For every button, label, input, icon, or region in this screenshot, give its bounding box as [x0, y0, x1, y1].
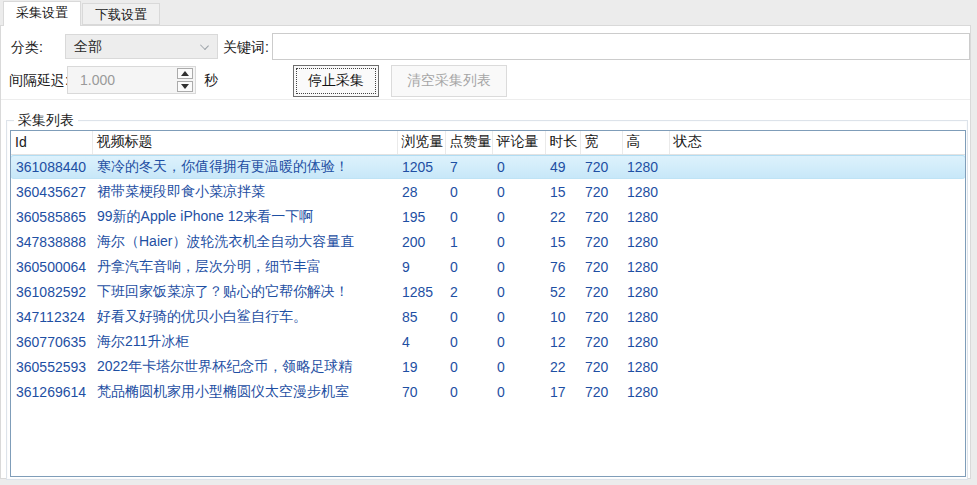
table-row[interactable]: 361082592下班回家饭菜凉了？贴心的它帮你解决！1285205272012… — [11, 279, 965, 304]
spin-down-button[interactable] — [177, 81, 193, 92]
cell-status — [669, 379, 965, 404]
cell-status — [669, 304, 965, 329]
cell-comments: 0 — [492, 329, 545, 354]
collect-list-groupbox: 采集列表 Id 视频标题 浏览量 点赞量 评论量 时长 宽 — [6, 120, 968, 480]
cell-width: 720 — [580, 254, 622, 279]
cell-comments: 0 — [492, 154, 545, 179]
cell-status — [669, 204, 965, 229]
cell-height: 1280 — [622, 304, 669, 329]
cell-title: 梵品椭圆机家用小型椭圆仪太空漫步机室 — [92, 379, 397, 404]
cell-status — [669, 279, 965, 304]
cell-id: 361082592 — [11, 279, 92, 304]
table-body: 361088440寒冷的冬天，你值得拥有更温暖的体验！1205704972012… — [11, 154, 965, 404]
cell-likes: 0 — [445, 304, 492, 329]
table-row[interactable]: 360770635海尔211升冰柜400127201280 — [11, 329, 965, 354]
category-select[interactable]: 全部 — [65, 34, 218, 59]
table-row[interactable]: 361088440寒冷的冬天，你值得拥有更温暖的体验！1205704972012… — [11, 154, 965, 179]
cell-height: 1280 — [622, 379, 669, 404]
cell-views: 1205 — [397, 154, 445, 179]
cell-width: 720 — [580, 329, 622, 354]
cell-likes: 7 — [445, 154, 492, 179]
stop-collect-button[interactable]: 停止采集 — [293, 65, 379, 97]
cell-duration: 17 — [545, 379, 580, 404]
cell-comments: 0 — [492, 254, 545, 279]
cell-height: 1280 — [622, 229, 669, 254]
table-row[interactable]: 360435627裙带菜梗段即食小菜凉拌菜2800157201280 — [11, 179, 965, 204]
cell-id: 347112324 — [11, 304, 92, 329]
table-row[interactable]: 361269614梵品椭圆机家用小型椭圆仪太空漫步机室7000177201280 — [11, 379, 965, 404]
column-header-views[interactable]: 浏览量 — [397, 131, 445, 154]
cell-height: 1280 — [622, 329, 669, 354]
cell-status — [669, 154, 965, 179]
cell-width: 720 — [580, 379, 622, 404]
column-header-title[interactable]: 视频标题 — [92, 131, 397, 154]
cell-views: 19 — [397, 354, 445, 379]
cell-title: 2022年卡塔尔世界杯纪念币，领略足球精 — [92, 354, 397, 379]
collect-list-group-title: 采集列表 — [14, 111, 78, 129]
cell-comments: 0 — [492, 354, 545, 379]
cell-comments: 0 — [492, 204, 545, 229]
chevron-down-icon — [200, 41, 209, 50]
cell-duration: 22 — [545, 204, 580, 229]
cell-id: 360500064 — [11, 254, 92, 279]
cell-views: 9 — [397, 254, 445, 279]
column-header-width[interactable]: 宽 — [580, 131, 622, 154]
column-header-likes[interactable]: 点赞量 — [445, 131, 492, 154]
cell-views: 85 — [397, 304, 445, 329]
cell-width: 720 — [580, 279, 622, 304]
column-header-status[interactable]: 状态 — [669, 131, 965, 154]
cell-height: 1280 — [622, 179, 669, 204]
cell-height: 1280 — [622, 154, 669, 179]
cell-id: 360435627 — [11, 179, 92, 204]
cell-likes: 2 — [445, 279, 492, 304]
cell-title: 下班回家饭菜凉了？贴心的它帮你解决！ — [92, 279, 397, 304]
cell-comments: 0 — [492, 279, 545, 304]
cell-status — [669, 329, 965, 354]
cell-comments: 0 — [492, 229, 545, 254]
settings-divider — [1, 99, 970, 100]
column-header-comments[interactable]: 评论量 — [492, 131, 545, 154]
column-header-duration[interactable]: 时长 — [545, 131, 580, 154]
column-header-height[interactable]: 高 — [622, 131, 669, 154]
category-selected-value: 全部 — [74, 38, 102, 54]
cell-likes: 0 — [445, 354, 492, 379]
tab-collect-settings[interactable]: 采集设置 — [3, 1, 81, 26]
cell-title: 好看又好骑的优贝小白鲨自行车。 — [92, 304, 397, 329]
cell-width: 720 — [580, 204, 622, 229]
tab-download-settings[interactable]: 下载设置 — [82, 3, 160, 25]
cell-views: 195 — [397, 204, 445, 229]
table-header-row: Id 视频标题 浏览量 点赞量 评论量 时长 宽 高 状态 — [11, 131, 965, 154]
keyword-label: 关键词: — [223, 39, 269, 57]
delay-stepper[interactable]: 1.000 — [67, 66, 196, 94]
cell-height: 1280 — [622, 354, 669, 379]
arrow-down-icon — [181, 84, 189, 89]
cell-status — [669, 229, 965, 254]
cell-comments: 0 — [492, 379, 545, 404]
cell-likes: 1 — [445, 229, 492, 254]
cell-height: 1280 — [622, 254, 669, 279]
cell-id: 347838888 — [11, 229, 92, 254]
table-row[interactable]: 36058586599新的Apple iPhone 12来看一下啊1950022… — [11, 204, 965, 229]
delay-value: 1.000 — [80, 67, 115, 93]
cell-width: 720 — [580, 179, 622, 204]
table-row[interactable]: 360500064丹拿汽车音响，层次分明，细节丰富900767201280 — [11, 254, 965, 279]
cell-id: 360585865 — [11, 204, 92, 229]
cell-likes: 0 — [445, 379, 492, 404]
cell-width: 720 — [580, 154, 622, 179]
cell-title: 寒冷的冬天，你值得拥有更温暖的体验！ — [92, 154, 397, 179]
keyword-input[interactable] — [272, 33, 970, 60]
clear-list-button[interactable]: 清空采集列表 — [391, 65, 507, 97]
cell-status — [669, 354, 965, 379]
table-row[interactable]: 347112324好看又好骑的优贝小白鲨自行车。8500107201280 — [11, 304, 965, 329]
cell-duration: 12 — [545, 329, 580, 354]
cell-views: 1285 — [397, 279, 445, 304]
arrow-up-icon — [181, 71, 189, 76]
table-row[interactable]: 3605525932022年卡塔尔世界杯纪念币，领略足球精19002272012… — [11, 354, 965, 379]
cell-id: 360770635 — [11, 329, 92, 354]
column-header-id[interactable]: Id — [11, 131, 92, 154]
spin-up-button[interactable] — [177, 68, 193, 79]
cell-views: 200 — [397, 229, 445, 254]
cell-comments: 0 — [492, 304, 545, 329]
table-row[interactable]: 347838888海尔（Haier）波轮洗衣机全自动大容量直2001015720… — [11, 229, 965, 254]
collect-settings-page: 分类: 全部 关键词: 间隔延迟: 1.000 秒 停止采集 清空采集列表 采集… — [0, 25, 971, 479]
